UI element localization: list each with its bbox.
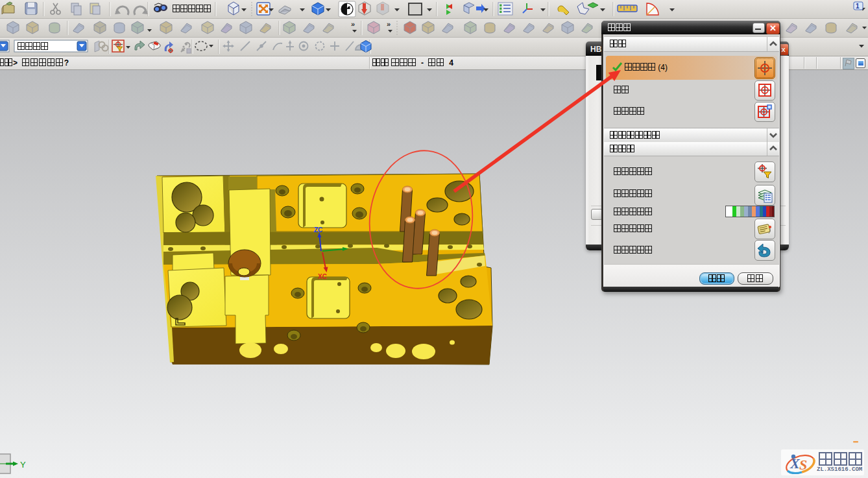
svg-text:XC: XC xyxy=(318,273,327,280)
svg-text:Y: Y xyxy=(20,460,26,470)
svg-text:S: S xyxy=(799,457,807,473)
svg-text:ZC: ZC xyxy=(314,226,322,233)
